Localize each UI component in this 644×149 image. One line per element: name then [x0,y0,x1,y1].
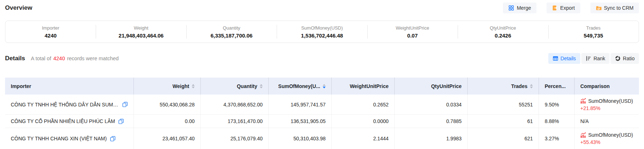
comparison-change-value: +55.43% [580,139,600,145]
weight-unit-price-cell: 0.2652 [332,95,395,114]
details-title-group: Details A total of4240records were match… [5,55,119,62]
overview-actions: Merge Export [503,3,639,13]
stat-label: Importer [42,25,59,31]
quantity-cell: 4,370,868,652.00 [201,95,269,114]
trade-dashboard: Overview Merge [0,0,644,149]
sort-control-trades[interactable] [530,84,533,88]
percent-cell: 3.27% [539,128,575,149]
details-table: Importer Weight Quantity SumOfMoney(U...… [5,78,639,149]
tab-rank[interactable]: Rank [581,53,610,64]
stat-sum-of-money: SumOfMoney(USD) 1,536,702,446.48 [277,21,367,43]
view-toggle-group: Details Rank Ratio [548,53,639,64]
column-header-label: QtyUnitPrice [431,83,462,89]
percent-cell: 9.50% [539,95,575,114]
weight-cell: 550,430,068.28 [134,95,201,114]
importer-name: CÔNG TY CỔ PHẦN NHIÊN LIỆU PHÚC LÂM [11,118,115,124]
stat-value: 4240 [45,32,56,39]
summary-count: 4240 [53,56,65,61]
merge-button[interactable]: Merge [503,3,536,13]
column-header-quantity[interactable]: Quantity [201,78,269,95]
stat-quantity: Quantity 6,335,187,700.06 [186,21,277,43]
copy-icon[interactable] [118,119,124,124]
trades-cell: 55251 [468,95,539,114]
tab-details-label: Details [561,56,576,61]
summary-suffix: records were matched [67,56,118,61]
comparison-cell: N/A [575,115,639,128]
weight-cell: 0.00 [134,115,201,128]
column-header-percent: Percen... [539,78,575,95]
stat-weight-unit-price: WeightUnitPrice 0.07 [367,21,458,43]
qty-unit-price-cell: 0.0334 [395,95,468,114]
comparison-metric-label: SumOfMoney(USD) [588,98,633,104]
sum-of-money-cell: 50,310,403.98 [269,128,332,149]
table-row: CÔNG TY TNHH CHANG XIN (VIỆT NAM) 23,461… [5,128,639,149]
sum-of-money-cell: 136,531,905.05 [269,115,332,128]
overview-title: Overview [5,4,32,12]
stat-value: 549,735 [584,32,603,39]
sort-control-weight[interactable] [192,84,195,88]
sum-of-money-cell: 145,957,741.57 [269,95,332,114]
importer-cell: CÔNG TY CỔ PHẦN NHIÊN LIỆU PHÚC LÂM [5,115,134,128]
qty-unit-price-cell: 1.9983 [395,128,468,149]
stat-label: WeightUnitPrice [396,25,429,31]
export-icon [552,5,558,11]
merge-icon [508,5,514,11]
growth-chart-icon [580,98,586,104]
donut-chart-icon [615,56,621,61]
tab-details[interactable]: Details [548,53,580,64]
merge-button-label: Merge [517,5,531,11]
stat-trades: Trades 549,735 [548,21,639,43]
column-header-label: Weight [173,83,189,89]
column-header-label: Comparison [580,83,610,89]
sync-folder-icon [596,5,602,11]
stat-label: SumOfMoney(USD) [301,25,343,31]
details-header: Details A total of4240records were match… [0,53,644,64]
importer-name: CÔNG TY TNHH HỆ THỐNG DÂY DẪN SUMI ... [11,102,119,108]
column-header-label: Trades [511,83,527,89]
details-title: Details [5,55,25,62]
export-button-label: Export [560,5,575,11]
overview-header: Overview Merge [0,0,644,16]
quantity-cell: 173,161,470.00 [201,115,269,128]
stat-qty-unit-price: QtyUnitPrice 0.2426 [458,21,548,43]
growth-chart-icon [580,132,586,138]
stat-label: Trades [586,25,600,31]
tab-ratio-label: Ratio [623,56,635,61]
copy-icon[interactable] [122,102,128,107]
stat-value: 0.2426 [495,32,511,39]
column-header-label: Percen... [545,83,566,89]
quantity-cell: 25,176,079.40 [201,128,269,149]
comparison-change-value: +21.85% [580,105,600,111]
column-header-label: Importer [11,83,31,89]
records-matched-summary: A total of4240records were matched [31,56,119,61]
sync-to-crm-button[interactable]: Sync to CRM [590,3,639,13]
copy-icon[interactable] [110,136,115,141]
comparison-metric: SumOfMoney(USD) [580,132,633,138]
table-row: CÔNG TY CỔ PHẦN NHIÊN LIỆU PHÚC LÂM 0.00… [5,115,639,128]
column-header-label: Quantity [237,83,257,89]
stat-label: Weight [134,25,148,31]
stat-importer: Importer 4240 [5,21,96,43]
tab-rank-label: Rank [594,56,606,61]
importer-cell: CÔNG TY TNHH CHANG XIN (VIỆT NAM) [5,128,134,149]
column-header-trades[interactable]: Trades [468,78,539,95]
column-header-sum-of-money[interactable]: SumOfMoney(U... [269,78,332,95]
table-icon [553,56,558,61]
column-header-label: SumOfMoney(U... [278,83,320,89]
export-button[interactable]: Export [547,3,580,13]
summary-prefix: A total of [31,56,51,61]
stat-weight: Weight 21,948,403,464.06 [96,21,186,43]
comparison-metric-label: SumOfMoney(USD) [588,132,633,138]
qty-unit-price-cell: 0.7885 [395,115,468,128]
table-header-row: Importer Weight Quantity SumOfMoney(U...… [5,78,639,95]
stat-value: 6,335,187,700.06 [210,32,253,39]
column-header-comparison: Comparison [575,78,639,95]
sort-control-quantity[interactable] [260,84,263,88]
comparison-metric: SumOfMoney(USD) [580,98,633,104]
tab-ratio[interactable]: Ratio [611,53,639,64]
stat-value: 0.07 [407,32,418,39]
stat-label: QtyUnitPrice [490,25,516,31]
sort-control-sum-of-money[interactable] [323,84,326,88]
trades-cell: 61 [468,115,539,128]
column-header-weight[interactable]: Weight [134,78,201,95]
